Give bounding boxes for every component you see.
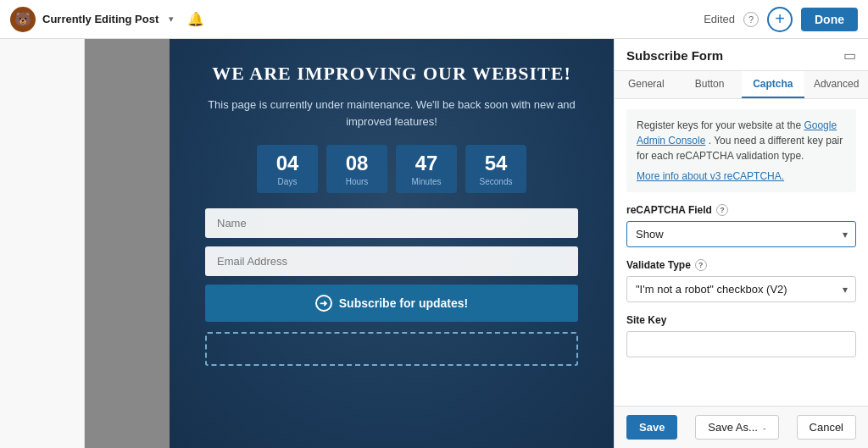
name-input[interactable] [205,208,578,238]
email-input[interactable] [205,246,578,276]
validate-help-icon[interactable]: ? [695,259,707,271]
subscribe-button[interactable]: ➜ Subscribe for updates! [205,285,578,322]
save-button[interactable]: Save [626,415,677,440]
hours-label: Hours [331,177,382,186]
done-button[interactable]: Done [801,8,858,31]
panel-footer: Save Save As... - Cancel [615,406,868,448]
save-as-label: Save As... [708,421,758,434]
topbar-title: Currently Editing Post [42,13,159,25]
subscribe-label: Subscribe for updates! [339,296,468,310]
countdown-hours: 08 Hours [326,145,387,193]
validate-select[interactable]: "I'm not a robot" checkbox (V2) Invisibl… [626,276,856,302]
days-value: 04 [262,153,313,174]
dashed-selection-box [205,332,578,366]
minutes-label: Minutes [401,177,452,186]
info-box: Register keys for your website at the Go… [626,109,856,192]
countdown-days: 04 Days [257,145,318,193]
page-title: We Are Improving Our Website! [212,63,570,85]
site-logo: 🐻 [10,7,36,32]
left-sidebar [0,39,85,448]
add-button[interactable]: + [767,7,793,32]
site-key-label-text: Site Key [626,314,666,326]
page-subtitle: This page is currently under maintenance… [186,97,597,130]
save-as-dash: - [763,423,766,433]
tab-general[interactable]: General [615,71,678,98]
main-layout: We Are Improving Our Website! This page … [0,39,868,448]
topbar: 🐻 Currently Editing Post ▾ 🔔 Edited ? + … [0,0,868,39]
edited-label: Edited [704,13,735,25]
canvas-area: We Are Improving Our Website! This page … [85,39,614,448]
arrow-circle-icon: ➜ [315,295,332,312]
logo-emoji: 🐻 [14,11,31,27]
tab-advanced[interactable]: Advanced [804,71,868,98]
site-key-label: Site Key [626,314,856,326]
help-icon[interactable]: ? [743,12,759,27]
panel-title: Subscribe Form [626,48,723,63]
countdown-seconds: 54 Seconds [465,145,526,193]
recaptcha-field-label: reCAPTCHA Field ? [626,204,856,216]
topbar-left: 🐻 Currently Editing Post ▾ 🔔 [10,7,204,32]
days-label: Days [262,177,313,186]
minimize-icon[interactable]: ▭ [843,47,856,64]
minutes-value: 47 [401,153,452,174]
panel-tabs: General Button Captcha Advanced [615,71,868,99]
seconds-label: Seconds [470,177,521,186]
canvas-inner: We Are Improving Our Website! This page … [170,39,614,448]
countdown: 04 Days 08 Hours 47 Minutes 54 Seconds [257,145,526,193]
more-info-link[interactable]: More info about v3 reCAPTCHA. [637,169,846,184]
panel-content: Register keys for your website at the Go… [615,99,868,406]
seconds-value: 54 [470,153,521,174]
recaptcha-help-icon[interactable]: ? [716,204,728,216]
validate-label-text: Validate Type [626,259,691,271]
site-key-input[interactable] [626,331,856,357]
topbar-right: Edited ? + Done [704,7,858,32]
panel-header: Subscribe Form ▭ [615,39,868,71]
tab-button[interactable]: Button [678,71,742,98]
info-text: Register keys for your website at the [637,119,804,131]
validate-select-wrapper: "I'm not a robot" checkbox (V2) Invisibl… [626,276,856,302]
cancel-button[interactable]: Cancel [797,415,856,440]
recaptcha-select[interactable]: Show Hide [626,221,856,247]
countdown-minutes: 47 Minutes [396,145,457,193]
bell-icon[interactable]: 🔔 [187,11,204,27]
recaptcha-select-wrapper: Show Hide [626,221,856,247]
hours-value: 08 [331,153,382,174]
chevron-down-icon[interactable]: ▾ [169,14,174,25]
recaptcha-label-text: reCAPTCHA Field [626,204,712,216]
save-as-button[interactable]: Save As... - [695,415,778,440]
tab-captcha[interactable]: Captcha [742,71,805,98]
validate-type-label: Validate Type ? [626,259,856,271]
right-panel: Subscribe Form ▭ General Button Captcha … [614,39,868,448]
